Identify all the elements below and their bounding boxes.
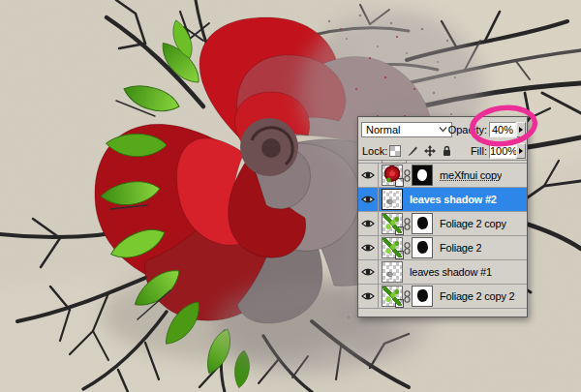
- layer-name: Foliage 2: [440, 242, 481, 254]
- eye-icon: [361, 219, 375, 228]
- layer-thumbnail[interactable]: [382, 213, 403, 234]
- link-icon: [403, 242, 412, 255]
- eye-icon: [361, 243, 375, 253]
- opacity-slider-button[interactable]: [516, 122, 526, 137]
- fill-input[interactable]: 100%: [489, 143, 516, 159]
- layers-panel-controls: Normal Opacity: 40% Lock:: [358, 117, 527, 161]
- layer-list: meXfnui copy leaves shadow #2: [358, 161, 527, 309]
- fill-slider-button[interactable]: [516, 143, 526, 159]
- link-icon: [403, 290, 412, 303]
- layer-row[interactable]: meXfnui copy: [358, 164, 527, 188]
- layer-mask-thumbnail[interactable]: [412, 286, 433, 307]
- visibility-toggle[interactable]: [358, 164, 379, 187]
- fill-label: Fill:: [429, 143, 487, 159]
- layer-name: Foliage 2 copy: [440, 218, 506, 229]
- layers-panel: Normal Opacity: 40% Lock:: [357, 116, 528, 317]
- opacity-label: Opacity:: [429, 122, 487, 137]
- layer-row[interactable]: leaves shadow #2: [358, 188, 527, 212]
- layer-style-badge: [395, 299, 404, 308]
- layer-thumbnail[interactable]: [382, 261, 403, 283]
- visibility-toggle[interactable]: [358, 285, 379, 308]
- link-icon: [403, 169, 412, 182]
- lock-pixels-icon[interactable]: [407, 145, 418, 157]
- layer-name: meXfnui copy: [440, 169, 502, 181]
- layer-mask-thumbnail[interactable]: [412, 237, 433, 258]
- opacity-input[interactable]: 40%: [489, 122, 516, 137]
- visibility-toggle[interactable]: [358, 188, 379, 211]
- layer-row[interactable]: Foliage 2: [358, 236, 527, 260]
- eye-icon: [361, 195, 375, 204]
- link-icon: [403, 218, 412, 230]
- layer-style-badge: [395, 251, 404, 259]
- layer-thumbnail[interactable]: [382, 237, 403, 258]
- layer-row[interactable]: Foliage 2 copy: [358, 212, 527, 236]
- eye-icon: [361, 170, 375, 180]
- layer-name: leaves shadow #1: [410, 266, 492, 278]
- photoshop-screenshot: Normal Opacity: 40% Lock:: [0, 0, 581, 392]
- layer-mask-thumbnail[interactable]: [412, 213, 433, 234]
- layer-row[interactable]: Foliage 2 copy 2: [358, 285, 527, 309]
- lock-transparency-icon[interactable]: [389, 145, 401, 157]
- layer-row[interactable]: leaves shadow #1: [358, 260, 527, 285]
- visibility-toggle[interactable]: [358, 236, 379, 259]
- layer-style-badge: [395, 178, 404, 187]
- layer-mask-thumbnail[interactable]: [412, 165, 433, 186]
- visibility-toggle[interactable]: [358, 260, 379, 284]
- layer-thumbnail[interactable]: [382, 286, 403, 307]
- visibility-toggle[interactable]: [358, 212, 379, 235]
- layer-name: leaves shadow #2: [410, 194, 497, 205]
- eye-icon: [361, 267, 375, 277]
- eye-icon: [361, 291, 375, 301]
- lock-label: Lock:: [362, 143, 387, 159]
- layer-thumbnail[interactable]: [382, 189, 403, 210]
- layer-name: Foliage 2 copy 2: [440, 290, 515, 302]
- layer-thumbnail[interactable]: [382, 165, 403, 186]
- blend-mode-value: Normal: [366, 123, 439, 136]
- layer-style-badge: [395, 226, 404, 235]
